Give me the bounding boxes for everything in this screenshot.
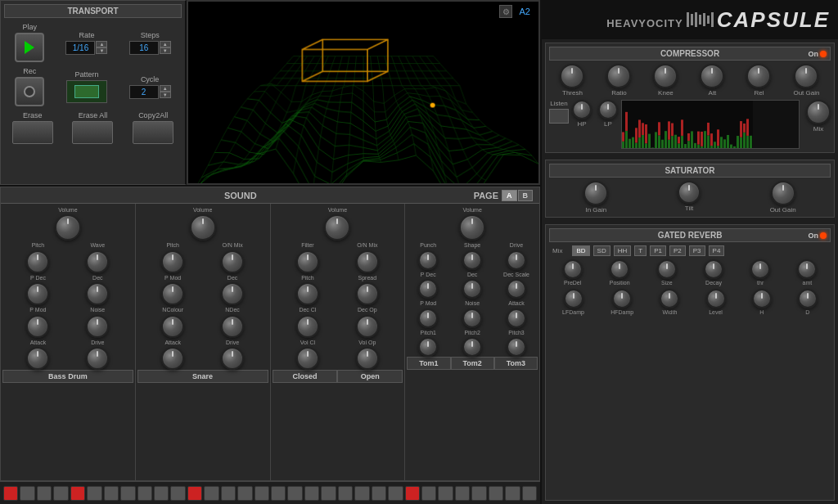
p4-channel-btn[interactable]: P4 — [709, 245, 725, 256]
pad-3[interactable] — [37, 486, 52, 501]
bd-drive-knob[interactable] — [86, 347, 109, 370]
pad-10[interactable] — [154, 486, 169, 501]
bd-pmod-knob[interactable] — [26, 315, 49, 338]
amt-knob[interactable] — [797, 259, 817, 279]
width-knob[interactable] — [660, 289, 679, 308]
tom-dec-knob[interactable] — [462, 279, 482, 299]
d-knob[interactable] — [798, 289, 818, 308]
steps-spinner[interactable]: ▲ ▼ — [160, 41, 171, 54]
outgain-knob[interactable] — [794, 64, 818, 88]
pad-13[interactable] — [204, 486, 219, 501]
pad-28[interactable] — [455, 486, 470, 501]
tom-volume-control[interactable] — [459, 214, 485, 241]
bd-channel-btn[interactable]: BD — [572, 245, 589, 256]
rec-button[interactable] — [15, 77, 44, 106]
hh-volcl-knob[interactable] — [296, 347, 319, 370]
tom-decscale-knob[interactable] — [507, 279, 526, 299]
compressor-on[interactable]: On — [809, 50, 827, 58]
ratio-knob[interactable] — [606, 64, 631, 88]
bd-noise-knob[interactable] — [86, 315, 109, 338]
pad-16[interactable] — [255, 486, 269, 501]
cycle-spinner[interactable]: ▲ ▼ — [160, 85, 171, 98]
hfdamp-knob[interactable] — [612, 289, 632, 308]
t-channel-btn[interactable]: T — [634, 245, 647, 256]
rel-knob[interactable] — [746, 64, 771, 88]
pad-23[interactable] — [372, 486, 386, 501]
pad-12[interactable] — [187, 486, 202, 501]
bd-volume-control[interactable] — [55, 214, 81, 241]
erase-button[interactable] — [12, 121, 53, 144]
position-knob[interactable] — [610, 259, 629, 279]
pad-5[interactable] — [70, 486, 85, 501]
reverb-on[interactable]: On — [809, 232, 827, 240]
tom-pitch2-knob[interactable] — [462, 337, 482, 357]
sn-attack-knob[interactable] — [161, 347, 184, 370]
sat-outgain-knob[interactable] — [771, 181, 795, 205]
hh-spread-knob[interactable] — [356, 282, 379, 305]
tom-pmod-knob[interactable] — [418, 308, 438, 328]
sn-ndec-knob[interactable] — [221, 315, 244, 338]
sn-volume-control[interactable] — [190, 214, 216, 241]
ingain-knob[interactable] — [583, 181, 608, 205]
pattern-display[interactable] — [66, 80, 107, 103]
thresh-knob[interactable] — [560, 64, 584, 88]
tom-pdec-knob[interactable] — [418, 279, 438, 299]
tom-punch-knob[interactable] — [418, 250, 438, 270]
sd-channel-btn[interactable]: SD — [593, 245, 610, 256]
comp-mix-knob[interactable] — [806, 100, 831, 124]
hh-filter-knob[interactable] — [296, 250, 319, 273]
preDel-knob[interactable] — [563, 259, 583, 279]
lfdamp-knob[interactable] — [564, 289, 583, 308]
knee-knob[interactable] — [653, 64, 678, 88]
steps-up[interactable]: ▲ — [160, 41, 171, 47]
pad-14[interactable] — [221, 486, 236, 501]
hh-deccl-knob[interactable] — [296, 315, 319, 338]
tom-drive-knob[interactable] — [507, 250, 526, 270]
pad-24[interactable] — [388, 486, 403, 501]
page-b-button[interactable]: B — [518, 190, 534, 201]
p3-channel-btn[interactable]: P3 — [689, 245, 705, 256]
sn-onmix-knob[interactable] — [221, 250, 244, 273]
hh-onmix-knob[interactable] — [356, 250, 379, 273]
rate-up[interactable]: ▲ — [96, 41, 107, 47]
pad-9[interactable] — [137, 486, 152, 501]
h-knob[interactable] — [752, 289, 772, 308]
copy2all-button[interactable] — [133, 121, 173, 144]
gear-icon[interactable]: ⚙ — [499, 5, 512, 18]
pad-17[interactable] — [271, 486, 286, 501]
hh-volop-knob[interactable] — [356, 347, 379, 370]
pad-26[interactable] — [421, 486, 436, 501]
cycle-down[interactable]: ▼ — [160, 92, 171, 98]
erase-all-button[interactable] — [72, 121, 113, 144]
pad-19[interactable] — [304, 486, 319, 501]
pad-31[interactable] — [505, 486, 520, 501]
listen-button[interactable] — [549, 109, 569, 124]
pad-27[interactable] — [438, 486, 453, 501]
pad-6[interactable] — [87, 486, 101, 501]
tom-noise-knob[interactable] — [462, 308, 482, 328]
pad-22[interactable] — [354, 486, 369, 501]
rate-spinner[interactable]: ▲ ▼ — [96, 41, 107, 54]
hp-knob[interactable] — [572, 100, 592, 119]
pad-2[interactable] — [20, 486, 34, 501]
lp-knob[interactable] — [598, 100, 618, 119]
pad-7[interactable] — [104, 486, 119, 501]
p2-channel-btn[interactable]: P2 — [669, 245, 686, 256]
hh-volume-control[interactable] — [324, 214, 350, 241]
cycle-up[interactable]: ▲ — [160, 85, 171, 92]
pad-30[interactable] — [489, 486, 503, 501]
tom-pitch1-knob[interactable] — [418, 337, 438, 357]
sn-pmod-knob[interactable] — [161, 282, 184, 305]
decay-knob[interactable] — [704, 259, 723, 279]
cycle-display[interactable]: 2 — [129, 85, 159, 99]
pad-4[interactable] — [53, 486, 68, 501]
bd-pdec-knob[interactable] — [26, 282, 49, 305]
tom-attack-knob[interactable] — [507, 308, 526, 328]
rate-down[interactable]: ▼ — [96, 47, 107, 54]
tom-pitch3-knob[interactable] — [507, 337, 526, 357]
hh-channel-btn[interactable]: HH — [614, 245, 632, 256]
pad-29[interactable] — [471, 486, 486, 501]
pad-20[interactable] — [321, 486, 336, 501]
tilt-knob[interactable] — [678, 181, 701, 204]
sn-drive-knob[interactable] — [221, 347, 244, 370]
